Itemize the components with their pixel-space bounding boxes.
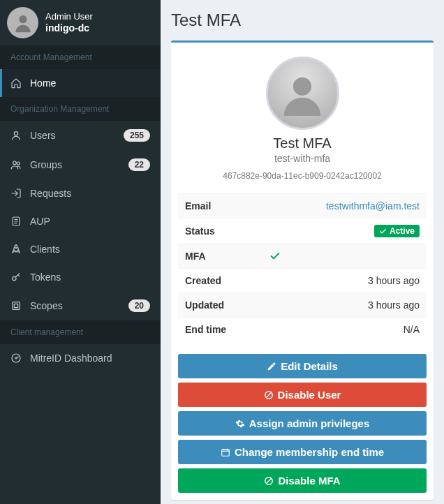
button-label: Disable User [278,389,341,401]
sidebar-link[interactable]: Requests [0,179,161,207]
sidebar-item-home: Home [0,69,161,97]
updated-value: 3 hours ago [262,293,427,318]
sidebar-item-label: Requests [30,188,71,199]
count-badge: 255 [124,129,150,142]
svg-point-0 [19,15,27,23]
table-row: Created 3 hours ago [178,269,427,293]
check-icon [379,228,387,235]
profile-box: Test MFA test-with-mfa 467c882e-90da-11e… [171,40,434,500]
svg-line-22 [267,478,272,483]
key-icon [10,272,23,283]
sidebar-link[interactable]: AUP [0,207,161,235]
svg-line-16 [266,392,271,397]
svg-point-1 [14,132,17,135]
edit-details-button[interactable]: Edit Details [178,354,427,378]
sidebar-item-label: MitreID Dashboard [30,353,112,364]
file-icon [10,216,23,227]
disable-user-button[interactable]: Disable User [178,383,427,407]
sidebar-item-mitreid-dashboard: MitreID Dashboard [0,344,161,372]
disable-mfa-button[interactable]: Disable MFA [178,468,427,493]
sidebar-section-header: Account Management [0,45,161,69]
page-title: Test MFA [171,10,434,30]
scope-icon [10,300,23,311]
table-row: Email testwithmfa@iam.test [178,194,427,218]
sidebar-link[interactable]: Clients [0,235,161,263]
sidebar-item-label: Clients [30,244,60,255]
table-row: Status Active [178,218,427,244]
user-icon [10,130,23,141]
sidebar-item-label: Users [30,130,56,141]
sidebar: Admin User indigo-dc Account ManagementH… [0,0,161,504]
status-value: Active [262,218,427,244]
profile-details-table: Email testwithmfa@iam.test Status Active… [178,193,427,341]
table-row: End time N/A [178,318,427,342]
svg-point-3 [17,162,20,165]
sidebar-item-requests: Requests [0,179,161,207]
profile-header: Test MFA test-with-mfa 467c882e-90da-11e… [178,50,427,189]
sidebar-item-aup: AUP [0,207,161,235]
sidebar-link[interactable]: MitreID Dashboard [0,344,161,372]
rocket-icon [10,244,22,255]
svg-point-13 [15,357,17,359]
sidebar-section-header: Organization Management [0,97,161,121]
sidebar-item-users: Users255 [0,121,161,150]
email-value: testwithmfa@iam.test [262,194,427,218]
sidebar-nav: Account ManagementHomeOrganization Manag… [0,45,161,372]
count-badge: 22 [128,158,150,171]
email-link[interactable]: testwithmfa@iam.test [326,200,420,212]
button-label: Change membership end time [235,446,384,458]
sidebar-item-scopes: Scopes20 [0,291,161,320]
key-icon [10,272,22,283]
home-icon [10,77,22,89]
dashboard-icon [10,353,22,364]
avatar [7,7,38,38]
user-name: Admin User [45,11,93,22]
svg-point-8 [15,247,17,249]
signin-icon [10,188,22,199]
person-icon [278,69,327,118]
sidebar-link[interactable]: Scopes20 [0,291,161,320]
scope-icon [10,300,22,311]
svg-rect-11 [14,304,17,307]
count-badge: 20 [128,299,150,312]
sidebar-section-header: Client management [0,320,161,344]
status-label: Status [178,218,262,244]
user-info: Admin User indigo-dc [45,11,93,34]
endtime-value: N/A [262,318,427,342]
gear-icon [235,419,245,429]
user-icon [10,130,22,141]
calendar-icon [221,447,230,457]
dashboard-icon [10,353,23,364]
user-panel: Admin User indigo-dc [0,0,161,45]
sidebar-link[interactable]: Tokens [0,263,161,291]
created-label: Created [178,269,262,293]
sidebar-item-label: Groups [30,159,62,170]
check-icon [269,251,420,262]
svg-rect-10 [13,302,20,310]
file-icon [10,216,22,227]
content-header: Test MFA [161,0,444,30]
button-label: Disable MFA [278,475,340,487]
profile-username: test-with-mfa [178,153,427,164]
status-badge: Active [374,225,420,237]
profile-avatar [266,57,339,130]
profile-uuid: 467c882e-90da-11ec-b909-0242ac120002 [178,171,427,181]
button-label: Edit Details [281,360,338,372]
action-buttons: Edit Details Disable User Assign admin p… [178,354,427,493]
mfa-label: MFA [178,244,262,269]
assign-admin-button[interactable]: Assign admin privileges [178,411,427,436]
home-icon [10,77,23,89]
created-value: 3 hours ago [262,269,427,293]
user-org: indigo-dc [45,22,93,34]
sidebar-link[interactable]: Home [0,69,161,97]
users-icon [10,159,22,170]
table-row: Updated 3 hours ago [178,293,427,318]
pencil-icon [267,362,276,371]
sidebar-link[interactable]: Users255 [0,121,161,150]
ban-icon [264,390,274,400]
ban-icon [264,476,274,486]
sidebar-link[interactable]: Groups22 [0,150,161,179]
change-end-time-button[interactable]: Change membership end time [178,440,427,464]
sidebar-item-label: Scopes [30,300,63,311]
mfa-value [262,244,427,269]
